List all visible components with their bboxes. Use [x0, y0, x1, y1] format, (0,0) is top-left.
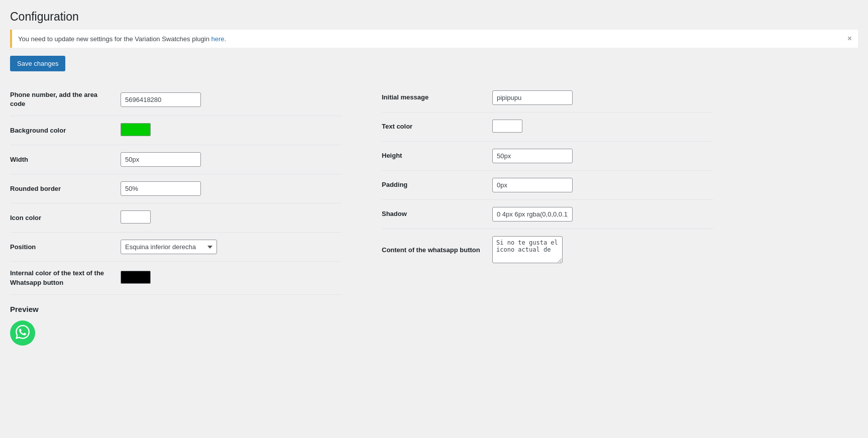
field-height: Height — [382, 142, 713, 171]
field-shadow: Shadow — [382, 200, 713, 229]
field-initial-message: Initial message — [382, 83, 713, 113]
preview-label: Preview — [10, 305, 342, 313]
preview-section: Preview — [10, 295, 342, 356]
icon-color-label: Icon color — [10, 213, 111, 223]
field-phone-number: Phone number, add the area code — [10, 83, 342, 116]
rounded-border-input[interactable] — [121, 181, 201, 196]
content-button-label: Content of the whatsapp button — [382, 246, 482, 255]
field-icon-color: Icon color — [10, 203, 342, 233]
phone-number-label: Phone number, add the area code — [10, 90, 111, 108]
width-label: Width — [10, 155, 111, 164]
field-text-color: Text color — [382, 113, 713, 142]
notice-link[interactable]: here. — [211, 35, 226, 43]
position-label: Position — [10, 243, 111, 252]
initial-message-input[interactable] — [492, 90, 573, 105]
field-internal-color: Internal color of the text of the Whatsa… — [10, 262, 342, 294]
initial-message-label: Initial message — [382, 93, 482, 102]
internal-color-label: Internal color of the text of the Whatsa… — [10, 269, 111, 287]
background-color-label: Background color — [10, 126, 111, 135]
icon-color-swatch[interactable] — [121, 210, 151, 224]
field-background-color: Background color — [10, 116, 342, 145]
notice-bar: You need to update new settings for the … — [10, 30, 858, 48]
whatsapp-preview-button[interactable] — [10, 320, 35, 346]
internal-color-swatch[interactable] — [121, 271, 151, 284]
width-input[interactable] — [121, 152, 201, 167]
page-wrapper: Configuration You need to update new set… — [0, 0, 868, 376]
field-padding: Padding — [382, 171, 713, 200]
field-rounded-border: Rounded border — [10, 174, 342, 203]
whatsapp-icon — [16, 325, 30, 341]
content-button-textarea[interactable]: Si no te gusta el icono actual de — [492, 236, 563, 263]
left-column: Phone number, add the area code Backgrou… — [10, 83, 342, 356]
page-title: Configuration — [10, 10, 858, 24]
right-column: Initial message Text color Height Paddin… — [382, 83, 713, 356]
notice-close-button[interactable]: × — [847, 35, 852, 43]
rounded-border-label: Rounded border — [10, 184, 111, 193]
save-changes-button[interactable]: Save changes — [10, 56, 65, 71]
padding-label: Padding — [382, 180, 482, 189]
shadow-label: Shadow — [382, 209, 482, 218]
phone-number-input[interactable] — [121, 92, 201, 107]
field-width: Width — [10, 145, 342, 174]
text-color-label: Text color — [382, 122, 482, 131]
position-select[interactable]: Esquina inferior derecha Esquina inferio… — [121, 240, 217, 254]
padding-input[interactable] — [492, 178, 573, 192]
config-grid: Phone number, add the area code Backgrou… — [10, 83, 713, 356]
height-input[interactable] — [492, 149, 573, 163]
text-color-swatch[interactable] — [492, 120, 522, 133]
shadow-input[interactable] — [492, 207, 573, 222]
field-position: Position Esquina inferior derecha Esquin… — [10, 233, 342, 262]
background-color-swatch[interactable] — [121, 123, 151, 136]
notice-text: You need to update new settings for the … — [18, 35, 226, 43]
field-content-button: Content of the whatsapp button Si no te … — [382, 229, 713, 272]
height-label: Height — [382, 151, 482, 160]
